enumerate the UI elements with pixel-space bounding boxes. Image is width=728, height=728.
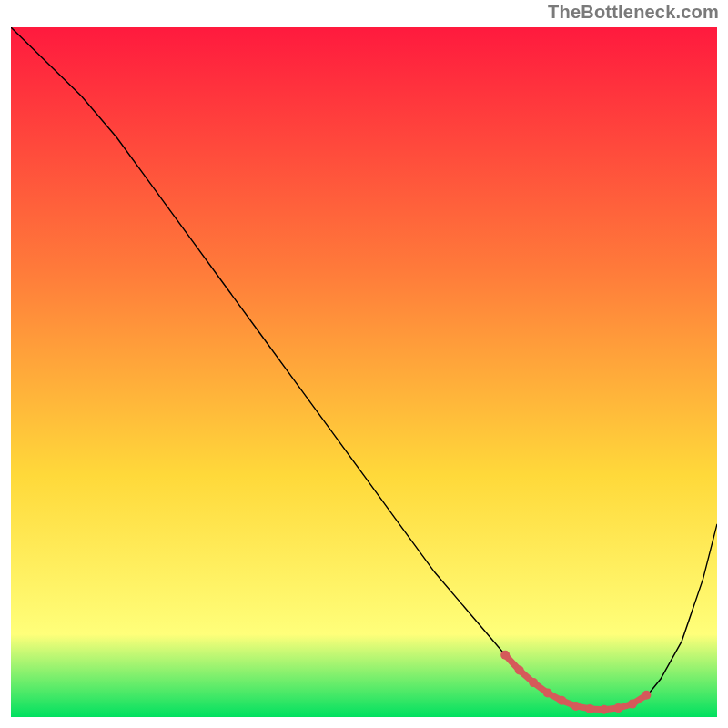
highlight-dot — [500, 651, 510, 660]
bottleneck-chart — [11, 27, 717, 717]
highlight-dot — [515, 666, 524, 675]
gradient-background — [11, 27, 717, 717]
attribution-text: TheBottleneck.com — [548, 2, 719, 23]
highlight-dot — [529, 678, 538, 687]
highlight-dot — [543, 689, 552, 698]
highlight-dot — [613, 703, 622, 713]
highlight-dot — [557, 696, 566, 705]
highlight-dot — [628, 700, 637, 709]
highlight-dot — [600, 705, 609, 714]
highlight-dot — [642, 691, 651, 700]
chart-plot-area — [11, 27, 717, 717]
highlight-dot — [585, 704, 594, 713]
highlight-dot — [571, 702, 581, 711]
